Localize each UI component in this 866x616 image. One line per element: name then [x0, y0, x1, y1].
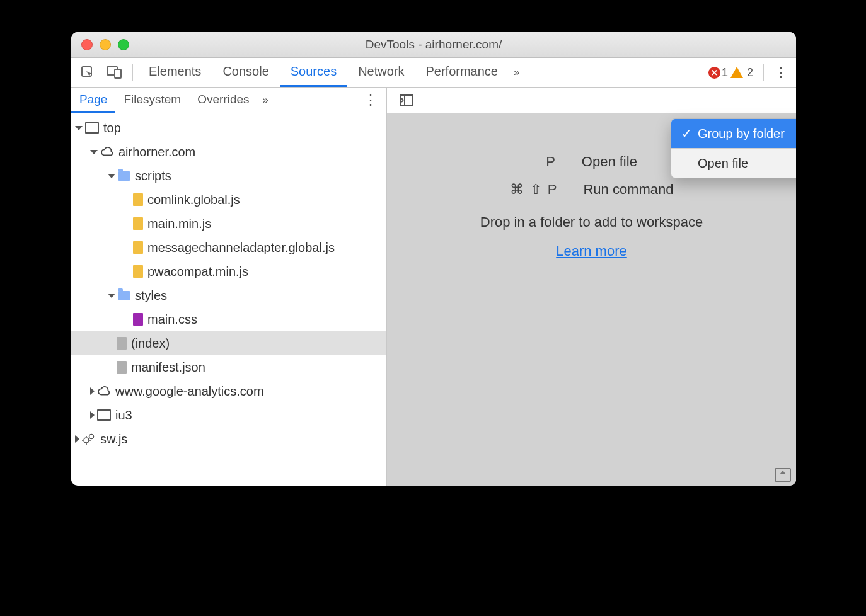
hint-open-file: P Open file: [546, 154, 637, 170]
svg-point-5: [84, 438, 89, 443]
warning-count[interactable]: 2: [730, 66, 753, 79]
tab-elements[interactable]: Elements: [138, 58, 212, 87]
settings-menu-icon[interactable]: ⋮: [769, 64, 793, 81]
tree-domain-ga[interactable]: www.google-analytics.com: [71, 379, 386, 403]
tree-label: manifest.json: [131, 360, 205, 375]
disclosure-icon[interactable]: [75, 435, 79, 443]
disclosure-icon[interactable]: [90, 411, 95, 419]
disclosure-icon[interactable]: [75, 126, 83, 130]
tree-file[interactable]: manifest.json: [71, 355, 386, 379]
hint-label: Run command: [583, 181, 673, 198]
tree-frame-iu3[interactable]: iu3: [71, 403, 386, 427]
zoom-icon[interactable]: [118, 39, 129, 50]
hint-label: Open file: [582, 154, 637, 170]
tree-label: comlink.global.js: [147, 193, 240, 207]
cloud-icon: [100, 145, 114, 159]
tree-label: styles: [135, 288, 167, 303]
menu-label: Group by folder: [698, 127, 785, 141]
editor-empty-pane: P Open file ⌘ ⇧ P Run command Drop in a …: [387, 113, 796, 486]
sources-subbar: Page Filesystem Overrides » ⋮: [71, 88, 796, 113]
warning-count-value: 2: [747, 66, 753, 79]
close-icon[interactable]: [81, 39, 93, 50]
warning-icon: [730, 67, 743, 78]
device-toggle-icon[interactable]: [103, 62, 125, 83]
document-file-icon: [117, 361, 127, 374]
disclosure-icon[interactable]: [108, 174, 115, 178]
more-tabs-icon[interactable]: »: [509, 66, 524, 79]
js-file-icon: [133, 217, 143, 230]
tree-file-index[interactable]: (index): [71, 331, 386, 355]
svg-rect-2: [115, 69, 121, 78]
separator-icon: [132, 64, 133, 81]
error-icon: ✕: [708, 67, 720, 79]
page-options-dropdown: ✓ Group by folder Open file ⌘ P: [671, 118, 796, 178]
tree-label: sw.js: [100, 432, 127, 447]
minimize-icon[interactable]: [100, 39, 111, 50]
tree-top[interactable]: top: [71, 116, 386, 140]
folder-icon: [118, 171, 130, 181]
learn-more-link[interactable]: Learn more: [556, 243, 627, 260]
show-drawer-icon[interactable]: [775, 468, 791, 482]
tab-sources[interactable]: Sources: [280, 58, 347, 87]
titlebar: DevTools - airhorner.com/: [71, 32, 796, 58]
tab-console[interactable]: Console: [212, 58, 279, 87]
gears-icon: [82, 432, 96, 446]
js-file-icon: [133, 241, 143, 254]
tree-label: top: [103, 121, 121, 135]
js-file-icon: [133, 265, 143, 278]
page-options-icon[interactable]: ⋮: [359, 92, 386, 108]
file-tree[interactable]: top airhorner.com scripts comlink.global…: [71, 113, 387, 486]
subtab-overrides[interactable]: Overrides: [189, 88, 257, 113]
tree-label: (index): [131, 336, 170, 351]
frame-icon: [97, 409, 111, 421]
menu-group-by-folder[interactable]: ✓ Group by folder: [671, 119, 796, 148]
svg-point-6: [89, 435, 94, 439]
more-subtabs-icon[interactable]: »: [258, 94, 274, 106]
error-count[interactable]: ✕ 1: [708, 66, 728, 79]
tree-label: airhorner.com: [118, 145, 195, 159]
check-icon: ✓: [681, 126, 694, 141]
svg-rect-3: [400, 95, 413, 105]
separator-icon: [763, 64, 764, 81]
inspect-icon[interactable]: [77, 62, 98, 83]
shortcut-run-command: ⌘ ⇧ P: [510, 181, 558, 198]
tree-file[interactable]: main.min.js: [71, 212, 386, 236]
tree-domain[interactable]: airhorner.com: [71, 140, 386, 164]
folder-icon: [118, 291, 130, 300]
error-count-value: 1: [722, 66, 728, 79]
subtab-filesystem[interactable]: Filesystem: [115, 88, 189, 113]
disclosure-icon[interactable]: [90, 150, 98, 154]
tree-file[interactable]: pwacompat.min.js: [71, 260, 386, 283]
tree-file[interactable]: main.css: [71, 307, 386, 331]
shortcut-open-file: P: [546, 154, 557, 170]
window-controls: [71, 39, 129, 50]
tab-performance[interactable]: Performance: [415, 58, 509, 87]
tab-network[interactable]: Network: [347, 58, 415, 87]
tree-file[interactable]: comlink.global.js: [71, 188, 386, 212]
tree-label: main.min.js: [147, 217, 211, 231]
window-title: DevTools - airhorner.com/: [71, 38, 796, 52]
main-area: top airhorner.com scripts comlink.global…: [71, 113, 796, 486]
hint-run-command: ⌘ ⇧ P Run command: [510, 181, 674, 198]
frame-icon: [85, 122, 99, 134]
show-navigator-icon[interactable]: [396, 89, 417, 111]
tree-folder-scripts[interactable]: scripts: [71, 164, 386, 188]
devtools-toolbar: Elements Console Sources Network Perform…: [71, 58, 796, 88]
tree-label: pwacompat.min.js: [147, 265, 248, 279]
subtab-page[interactable]: Page: [71, 88, 115, 113]
hint-drop-folder: Drop in a folder to add to workspace: [480, 214, 703, 231]
disclosure-icon[interactable]: [108, 294, 115, 298]
cloud-icon: [97, 384, 111, 398]
menu-open-file[interactable]: Open file ⌘ P: [671, 149, 796, 178]
tree-label: scripts: [135, 169, 171, 183]
tree-label: iu3: [115, 408, 132, 423]
document-file-icon: [117, 337, 127, 350]
tree-file[interactable]: messagechanneladapter.global.js: [71, 236, 386, 260]
tree-label: messagechanneladapter.global.js: [147, 241, 335, 255]
js-file-icon: [133, 193, 143, 206]
disclosure-icon[interactable]: [90, 387, 95, 395]
tree-label: main.css: [147, 312, 197, 327]
tree-worker[interactable]: sw.js: [71, 427, 386, 451]
tree-folder-styles[interactable]: styles: [71, 283, 386, 307]
css-file-icon: [133, 313, 143, 326]
